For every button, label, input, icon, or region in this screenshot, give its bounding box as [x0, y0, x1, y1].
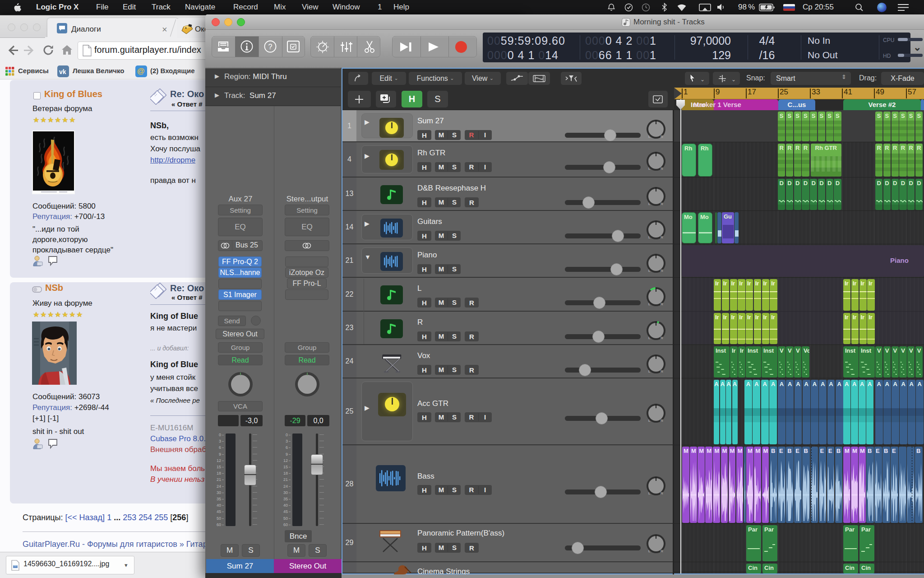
svg-text:?: ? — [268, 43, 273, 51]
